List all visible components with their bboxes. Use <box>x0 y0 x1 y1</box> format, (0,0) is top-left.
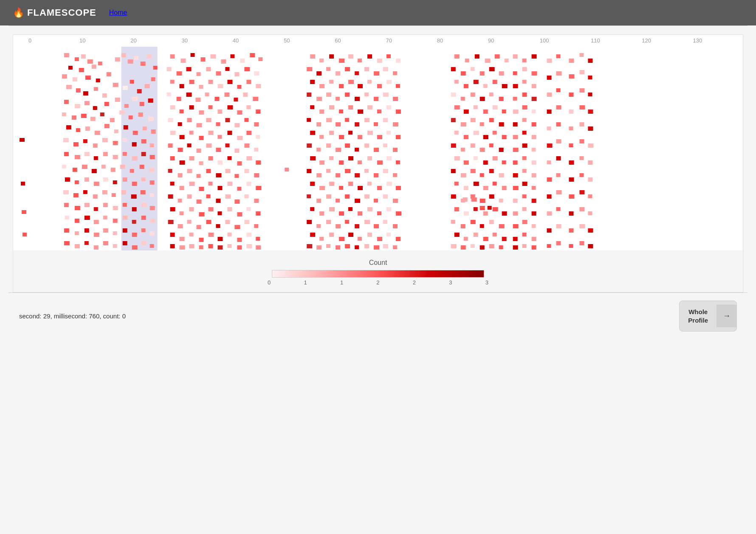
svg-rect-18 <box>141 62 146 66</box>
svg-rect-365 <box>386 105 391 110</box>
svg-rect-195 <box>253 97 258 101</box>
svg-rect-58 <box>124 125 128 129</box>
svg-rect-51 <box>148 117 154 121</box>
svg-rect-622 <box>513 245 518 250</box>
svg-rect-306 <box>170 244 175 248</box>
svg-rect-499 <box>489 93 494 96</box>
svg-rect-167 <box>177 71 182 76</box>
svg-rect-566 <box>502 237 507 241</box>
svg-rect-608 <box>522 182 528 186</box>
svg-rect-20 <box>153 66 158 70</box>
svg-rect-656 <box>579 88 584 93</box>
svg-rect-30 <box>145 84 150 88</box>
svg-rect-8 <box>98 62 102 65</box>
svg-rect-338 <box>319 84 324 88</box>
svg-rect-107 <box>112 193 116 197</box>
svg-rect-512 <box>499 122 504 126</box>
svg-rect-334 <box>374 71 379 76</box>
legend-label-3a: 3 <box>449 279 452 286</box>
svg-rect-589 <box>513 110 519 114</box>
svg-rect-602 <box>522 156 527 160</box>
svg-rect-400 <box>339 160 344 165</box>
svg-rect-182 <box>227 80 232 84</box>
svg-rect-307 <box>180 245 185 250</box>
svg-rect-62 <box>63 138 69 142</box>
svg-rect-663 <box>588 126 593 131</box>
svg-rect-65 <box>93 143 98 148</box>
svg-rect-252 <box>225 169 230 173</box>
svg-rect-32 <box>64 100 69 104</box>
svg-rect-270 <box>206 194 210 198</box>
svg-rect-373 <box>364 118 370 122</box>
svg-rect-9 <box>62 74 67 79</box>
svg-rect-538 <box>464 186 468 190</box>
svg-rect-648 <box>556 241 561 245</box>
svg-rect-42 <box>62 112 66 116</box>
svg-rect-133 <box>75 231 79 235</box>
svg-rect-466 <box>396 237 401 241</box>
svg-rect-427 <box>307 194 311 198</box>
svg-rect-500 <box>499 97 504 101</box>
svg-rect-525 <box>454 156 460 160</box>
svg-rect-21 <box>66 85 72 89</box>
svg-rect-193 <box>234 98 238 101</box>
svg-rect-672 <box>588 177 592 182</box>
svg-rect-669 <box>588 160 592 165</box>
svg-rect-78 <box>123 152 127 156</box>
svg-rect-407 <box>307 169 311 173</box>
svg-rect-416 <box>393 173 397 177</box>
svg-rect-660 <box>588 110 593 114</box>
svg-rect-286 <box>168 220 174 224</box>
svg-rect-287 <box>178 224 183 228</box>
svg-rect-96 <box>103 177 108 182</box>
svg-rect-424 <box>377 186 382 190</box>
svg-rect-311 <box>217 245 223 250</box>
svg-rect-352 <box>355 97 360 101</box>
svg-rect-645 <box>547 228 552 233</box>
svg-rect-513 <box>454 131 459 135</box>
svg-rect-314 <box>246 244 252 248</box>
svg-rect-15 <box>121 53 126 57</box>
svg-rect-415 <box>383 169 388 173</box>
svg-rect-117 <box>113 206 118 210</box>
svg-rect-582 <box>532 71 537 76</box>
svg-rect-112 <box>64 203 69 207</box>
heatmap-area[interactable] <box>13 47 743 250</box>
svg-rect-35 <box>93 106 97 110</box>
svg-rect-615 <box>532 211 536 216</box>
svg-rect-210 <box>206 118 211 122</box>
svg-rect-458 <box>319 237 324 241</box>
svg-rect-319 <box>329 54 334 59</box>
whole-profile-arrow-icon: → <box>717 305 736 327</box>
svg-rect-651 <box>588 59 592 63</box>
svg-rect-517 <box>493 131 497 135</box>
legend-title: Count <box>369 259 387 267</box>
svg-rect-109 <box>131 194 137 199</box>
svg-rect-670 <box>569 177 574 182</box>
svg-rect-384 <box>377 135 382 139</box>
svg-rect-251 <box>216 173 221 177</box>
svg-rect-393 <box>364 143 369 148</box>
svg-rect-344 <box>377 84 382 88</box>
whole-profile-button[interactable]: WholeProfile → <box>679 301 737 332</box>
svg-rect-232 <box>225 143 229 147</box>
svg-rect-106 <box>102 190 107 194</box>
svg-rect-587 <box>522 93 527 97</box>
legend-area: Count 0 1 1 2 2 3 3 <box>13 250 743 292</box>
svg-rect-284 <box>246 207 251 211</box>
svg-rect-277 <box>180 211 184 215</box>
svg-rect-611 <box>522 194 527 198</box>
svg-rect-17 <box>134 56 138 60</box>
svg-rect-434 <box>374 199 378 202</box>
svg-rect-550 <box>464 211 469 216</box>
svg-rect-27 <box>123 86 128 90</box>
svg-rect-66 <box>102 138 108 142</box>
svg-rect-249 <box>196 174 200 178</box>
svg-rect-81 <box>150 155 155 159</box>
svg-rect-276 <box>170 207 175 211</box>
axis-label-30: 30 <box>181 37 187 44</box>
svg-rect-125 <box>94 220 99 224</box>
svg-rect-554 <box>502 211 507 216</box>
svg-rect-526 <box>464 160 469 165</box>
home-link[interactable]: Home <box>109 9 127 16</box>
